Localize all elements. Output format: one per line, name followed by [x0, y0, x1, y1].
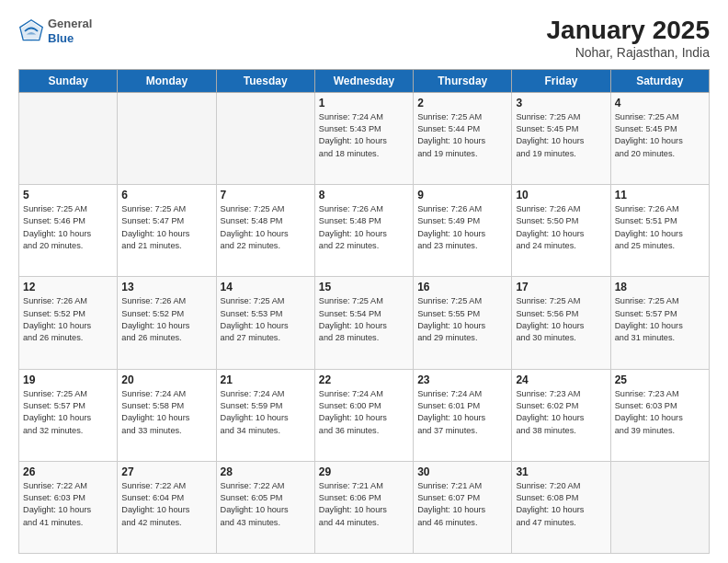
- calendar-week-row: 19Sunrise: 7:25 AM Sunset: 5:57 PM Dayli…: [19, 369, 710, 461]
- day-number: 28: [221, 465, 311, 478]
- header: General Blue January 2025 Nohar, Rajasth…: [18, 17, 710, 60]
- calendar-cell: 31Sunrise: 7:20 AM Sunset: 6:08 PM Dayli…: [512, 461, 610, 553]
- day-info: Sunrise: 7:25 AM Sunset: 5:44 PM Dayligh…: [417, 111, 507, 160]
- calendar-cell: 5Sunrise: 7:25 AM Sunset: 5:46 PM Daylig…: [19, 185, 118, 277]
- calendar-cell: 8Sunrise: 7:26 AM Sunset: 5:48 PM Daylig…: [314, 185, 413, 277]
- day-number: 26: [23, 465, 113, 478]
- logo-icon: [18, 18, 44, 44]
- calendar-week-row: 1Sunrise: 7:24 AM Sunset: 5:43 PM Daylig…: [19, 92, 710, 184]
- calendar-cell: 20Sunrise: 7:24 AM Sunset: 5:58 PM Dayli…: [118, 369, 216, 461]
- day-number: 21: [221, 373, 311, 386]
- calendar-cell: 17Sunrise: 7:25 AM Sunset: 5:56 PM Dayli…: [512, 277, 610, 369]
- calendar-title: January 2025: [547, 17, 710, 45]
- day-number: 24: [516, 373, 606, 386]
- calendar-cell: [216, 92, 314, 184]
- logo: General Blue: [18, 17, 92, 45]
- day-info: Sunrise: 7:22 AM Sunset: 6:05 PM Dayligh…: [221, 480, 311, 529]
- day-number: 17: [516, 281, 606, 293]
- day-info: Sunrise: 7:21 AM Sunset: 6:07 PM Dayligh…: [417, 480, 507, 529]
- day-info: Sunrise: 7:23 AM Sunset: 6:03 PM Dayligh…: [615, 388, 705, 437]
- day-number: 14: [221, 281, 311, 293]
- day-number: 5: [23, 189, 113, 201]
- day-number: 4: [615, 97, 705, 109]
- calendar-cell: 25Sunrise: 7:23 AM Sunset: 6:03 PM Dayli…: [610, 369, 709, 461]
- day-info: Sunrise: 7:26 AM Sunset: 5:50 PM Dayligh…: [516, 203, 606, 252]
- day-info: Sunrise: 7:25 AM Sunset: 5:46 PM Dayligh…: [23, 203, 113, 252]
- calendar-cell: 29Sunrise: 7:21 AM Sunset: 6:06 PM Dayli…: [314, 461, 413, 553]
- day-number: 22: [319, 373, 409, 386]
- calendar-cell: [19, 92, 118, 184]
- day-info: Sunrise: 7:26 AM Sunset: 5:49 PM Dayligh…: [417, 203, 507, 252]
- calendar-header-row: SundayMondayTuesdayWednesdayThursdayFrid…: [19, 69, 710, 92]
- day-info: Sunrise: 7:25 AM Sunset: 5:47 PM Dayligh…: [121, 203, 211, 252]
- day-info: Sunrise: 7:23 AM Sunset: 6:02 PM Dayligh…: [516, 388, 606, 437]
- day-of-week-header: Sunday: [19, 69, 118, 92]
- page: General Blue January 2025 Nohar, Rajasth…: [0, 0, 728, 563]
- day-number: 13: [121, 281, 211, 293]
- day-number: 23: [417, 373, 507, 386]
- day-info: Sunrise: 7:25 AM Sunset: 5:55 PM Dayligh…: [417, 295, 507, 344]
- calendar-cell: 4Sunrise: 7:25 AM Sunset: 5:45 PM Daylig…: [610, 92, 709, 184]
- day-number: 7: [221, 189, 311, 201]
- day-number: 11: [615, 189, 705, 201]
- calendar-week-row: 5Sunrise: 7:25 AM Sunset: 5:46 PM Daylig…: [19, 185, 710, 277]
- calendar-cell: 26Sunrise: 7:22 AM Sunset: 6:03 PM Dayli…: [19, 461, 118, 553]
- title-block: January 2025 Nohar, Rajasthan, India: [547, 17, 710, 60]
- day-number: 3: [516, 97, 606, 109]
- day-of-week-header: Saturday: [610, 69, 709, 92]
- calendar-cell: 30Sunrise: 7:21 AM Sunset: 6:07 PM Dayli…: [414, 461, 512, 553]
- calendar-cell: [610, 461, 709, 553]
- calendar-cell: 11Sunrise: 7:26 AM Sunset: 5:51 PM Dayli…: [610, 185, 709, 277]
- day-number: 9: [417, 189, 507, 201]
- day-info: Sunrise: 7:24 AM Sunset: 5:43 PM Dayligh…: [319, 111, 409, 160]
- calendar-cell: 19Sunrise: 7:25 AM Sunset: 5:57 PM Dayli…: [19, 369, 118, 461]
- day-info: Sunrise: 7:25 AM Sunset: 5:57 PM Dayligh…: [23, 388, 113, 437]
- day-number: 6: [121, 189, 211, 201]
- day-info: Sunrise: 7:26 AM Sunset: 5:48 PM Dayligh…: [319, 203, 409, 252]
- calendar-cell: 21Sunrise: 7:24 AM Sunset: 5:59 PM Dayli…: [216, 369, 314, 461]
- day-number: 8: [319, 189, 409, 201]
- calendar-week-row: 26Sunrise: 7:22 AM Sunset: 6:03 PM Dayli…: [19, 461, 710, 553]
- logo-text: General Blue: [48, 17, 92, 45]
- day-number: 10: [516, 189, 606, 201]
- calendar-table: SundayMondayTuesdayWednesdayThursdayFrid…: [18, 69, 710, 554]
- day-number: 1: [319, 97, 409, 109]
- calendar-cell: 6Sunrise: 7:25 AM Sunset: 5:47 PM Daylig…: [118, 185, 216, 277]
- day-info: Sunrise: 7:24 AM Sunset: 5:59 PM Dayligh…: [221, 388, 311, 437]
- calendar-cell: 10Sunrise: 7:26 AM Sunset: 5:50 PM Dayli…: [512, 185, 610, 277]
- calendar-cell: [118, 92, 216, 184]
- day-info: Sunrise: 7:25 AM Sunset: 5:48 PM Dayligh…: [221, 203, 311, 252]
- day-number: 2: [417, 97, 507, 109]
- day-of-week-header: Friday: [512, 69, 610, 92]
- day-info: Sunrise: 7:26 AM Sunset: 5:52 PM Dayligh…: [23, 295, 113, 344]
- day-info: Sunrise: 7:21 AM Sunset: 6:06 PM Dayligh…: [319, 480, 409, 529]
- calendar-cell: 22Sunrise: 7:24 AM Sunset: 6:00 PM Dayli…: [314, 369, 413, 461]
- day-number: 19: [23, 373, 113, 386]
- calendar-cell: 27Sunrise: 7:22 AM Sunset: 6:04 PM Dayli…: [118, 461, 216, 553]
- day-number: 25: [615, 373, 705, 386]
- calendar-subtitle: Nohar, Rajasthan, India: [547, 45, 710, 60]
- day-info: Sunrise: 7:24 AM Sunset: 6:01 PM Dayligh…: [417, 388, 507, 437]
- calendar-cell: 18Sunrise: 7:25 AM Sunset: 5:57 PM Dayli…: [610, 277, 709, 369]
- day-number: 27: [121, 465, 211, 478]
- day-info: Sunrise: 7:26 AM Sunset: 5:51 PM Dayligh…: [615, 203, 705, 252]
- calendar-cell: 7Sunrise: 7:25 AM Sunset: 5:48 PM Daylig…: [216, 185, 314, 277]
- day-number: 18: [615, 281, 705, 293]
- day-number: 16: [417, 281, 507, 293]
- calendar-cell: 24Sunrise: 7:23 AM Sunset: 6:02 PM Dayli…: [512, 369, 610, 461]
- day-info: Sunrise: 7:25 AM Sunset: 5:53 PM Dayligh…: [221, 295, 311, 344]
- calendar-cell: 1Sunrise: 7:24 AM Sunset: 5:43 PM Daylig…: [314, 92, 413, 184]
- day-of-week-header: Wednesday: [314, 69, 413, 92]
- day-number: 12: [23, 281, 113, 293]
- day-number: 20: [121, 373, 211, 386]
- day-info: Sunrise: 7:26 AM Sunset: 5:52 PM Dayligh…: [121, 295, 211, 344]
- logo-blue: Blue: [48, 31, 92, 46]
- calendar-cell: 3Sunrise: 7:25 AM Sunset: 5:45 PM Daylig…: [512, 92, 610, 184]
- calendar-cell: 14Sunrise: 7:25 AM Sunset: 5:53 PM Dayli…: [216, 277, 314, 369]
- calendar-cell: 16Sunrise: 7:25 AM Sunset: 5:55 PM Dayli…: [414, 277, 512, 369]
- calendar-cell: 15Sunrise: 7:25 AM Sunset: 5:54 PM Dayli…: [314, 277, 413, 369]
- day-info: Sunrise: 7:20 AM Sunset: 6:08 PM Dayligh…: [516, 480, 606, 529]
- day-info: Sunrise: 7:22 AM Sunset: 6:03 PM Dayligh…: [23, 480, 113, 529]
- day-info: Sunrise: 7:25 AM Sunset: 5:45 PM Dayligh…: [615, 111, 705, 160]
- day-of-week-header: Tuesday: [216, 69, 314, 92]
